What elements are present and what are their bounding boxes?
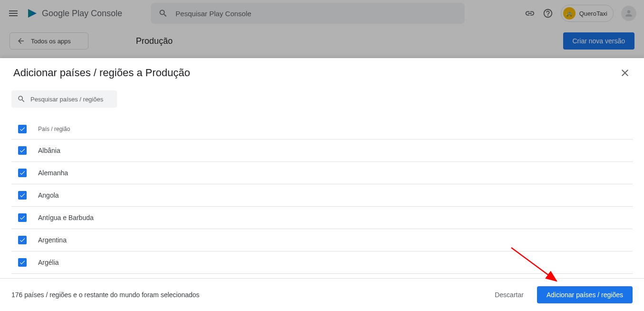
check-icon — [19, 259, 26, 266]
country-name: Argélia — [38, 259, 59, 266]
check-icon — [19, 147, 26, 154]
check-icon — [19, 126, 26, 132]
country-name: Angola — [38, 191, 59, 199]
search-icon — [17, 95, 26, 103]
country-row[interactable]: Antígua e Barbuda — [11, 207, 633, 229]
add-countries-button[interactable]: Adicionar países / regiões — [537, 286, 633, 303]
country-name: Alemanha — [38, 169, 68, 177]
column-header: País / região — [38, 126, 70, 132]
modal-backdrop — [0, 0, 644, 58]
country-checkbox[interactable] — [18, 213, 27, 222]
country-name: Antígua e Barbuda — [38, 214, 94, 221]
country-row[interactable]: Alemanha — [11, 162, 633, 184]
check-icon — [19, 237, 26, 243]
country-name: Argentina — [38, 236, 67, 244]
country-row[interactable]: Argélia — [11, 251, 633, 274]
select-all-checkbox[interactable] — [18, 125, 27, 133]
search-countries-placeholder: Pesquisar países / regiões — [30, 96, 103, 103]
country-name: Albânia — [38, 147, 60, 154]
check-icon — [19, 192, 26, 199]
search-countries-input[interactable]: Pesquisar países / regiões — [11, 90, 117, 108]
country-row[interactable]: Angola — [11, 184, 633, 207]
discard-button[interactable]: Descartar — [489, 287, 529, 302]
close-dialog-button[interactable] — [619, 67, 631, 79]
dialog-title: Adicionar países / regiões a Produção — [13, 67, 190, 79]
country-list: País / região Albânia Alemanha Angola An… — [0, 113, 644, 278]
check-icon — [19, 214, 26, 221]
dialog-footer: 176 países / regiões e o restante do mun… — [0, 278, 644, 311]
list-header-row: País / região — [11, 119, 633, 140]
country-checkbox[interactable] — [18, 146, 27, 155]
selection-count-text: 176 países / regiões e o restante do mun… — [11, 291, 199, 299]
country-checkbox[interactable] — [18, 258, 27, 267]
country-row[interactable]: Argentina — [11, 229, 633, 251]
country-checkbox[interactable] — [18, 191, 27, 200]
country-row[interactable]: Albânia — [11, 140, 633, 162]
country-checkbox[interactable] — [18, 236, 27, 244]
add-countries-dialog: Adicionar países / regiões a Produção Pe… — [0, 58, 644, 311]
check-icon — [19, 170, 26, 176]
country-checkbox[interactable] — [18, 169, 27, 177]
close-icon — [619, 67, 631, 79]
